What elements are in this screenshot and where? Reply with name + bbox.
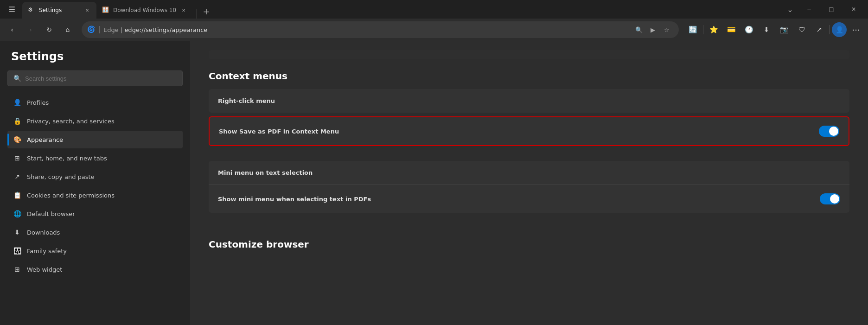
minimize-button[interactable]: ─: [798, 2, 820, 17]
download-tab-close[interactable]: ✕: [180, 6, 187, 14]
show-mini-menu-label-container: Show mini menu when selecting text in PD…: [218, 196, 371, 203]
address-sep: |: [119, 26, 125, 33]
downloads-toolbar-button[interactable]: ⬇: [758, 21, 775, 38]
more-button[interactable]: ···: [848, 21, 864, 38]
sidebar-toggle-button[interactable]: ☰: [4, 1, 20, 18]
main-layout: Settings 🔍 👤 Profiles 🔒 Privacy, search,…: [0, 41, 868, 325]
mini-menu-section-label: Mini menu on text selection: [218, 169, 313, 176]
address-bar-actions: 🔍 ▶ ☆: [632, 23, 673, 36]
edge-logo-icon: 🌀: [87, 25, 96, 34]
title-bar-right: ⌄ ─ □ ✕: [783, 2, 864, 17]
save-as-pdf-card: Show Save as PDF in Context Menu: [209, 116, 849, 146]
settings-tab-label: Settings: [39, 7, 80, 13]
section-gap-3: [209, 228, 849, 239]
web-widget-icon: ⊞: [13, 265, 21, 274]
right-click-menu-label: Right-click menu: [218, 97, 275, 104]
title-bar-left: ☰: [4, 1, 20, 18]
screenshot-button[interactable]: 📷: [776, 21, 792, 38]
restore-button[interactable]: □: [821, 2, 842, 17]
collections-button[interactable]: 🔄: [684, 21, 701, 38]
section-gap-1: [209, 150, 849, 161]
close-button[interactable]: ✕: [843, 2, 864, 17]
sidebar-item-share[interactable]: ↗ Share, copy and paste: [7, 168, 183, 185]
sidebar: Settings 🔍 👤 Profiles 🔒 Privacy, search,…: [0, 41, 190, 325]
nav-bar: ‹ › ↻ ⌂ 🌀 Edge | edge://settings/appeara…: [0, 19, 868, 41]
share-label: Share, copy and paste: [27, 173, 95, 180]
download-tab-icon: 🪟: [102, 6, 109, 14]
default-browser-icon: 🌐: [13, 210, 21, 218]
customize-browser-title: Customize browser: [209, 239, 849, 250]
tab-dropdown-button[interactable]: ⌄: [783, 2, 798, 17]
right-click-menu-label-container: Right-click menu: [218, 97, 275, 104]
mini-menu-toggle-knob: [830, 194, 839, 204]
sidebar-item-cookies[interactable]: 📋 Cookies and site permissions: [7, 186, 183, 204]
save-as-pdf-label-container: Show Save as PDF in Context Menu: [219, 128, 339, 135]
wallet-button[interactable]: 💳: [723, 21, 740, 38]
address-separator: [99, 26, 100, 33]
privacy-icon: 🔒: [13, 117, 21, 125]
back-button[interactable]: ‹: [4, 21, 20, 38]
start-home-label: Start, home, and new tabs: [27, 155, 107, 162]
show-mini-menu-toggle[interactable]: [820, 193, 840, 204]
settings-tab-icon: ⚙: [28, 6, 35, 14]
search-box[interactable]: 🔍: [7, 70, 183, 86]
sidebar-item-default-browser[interactable]: 🌐 Default browser: [7, 205, 183, 223]
right-click-menu-card: Right-click menu: [209, 89, 849, 113]
section-gap-2: [209, 217, 849, 228]
sidebar-item-profiles[interactable]: 👤 Profiles: [7, 94, 183, 111]
refresh-button[interactable]: ↻: [41, 21, 57, 38]
security-button[interactable]: 🛡: [793, 21, 810, 38]
edge-label: Edge: [103, 26, 119, 33]
title-bar: ☰ ⚙ Settings ✕ 🪟 Download Windows 10 ✕ +…: [0, 0, 868, 19]
sidebar-item-downloads[interactable]: ⬇ Downloads: [7, 223, 183, 241]
default-browser-label: Default browser: [27, 210, 75, 217]
show-mini-menu-row: Show mini menu when selecting text in PD…: [209, 185, 849, 213]
toolbar-sep-2: [830, 25, 830, 34]
sidebar-item-web-widget[interactable]: ⊞ Web widget: [7, 261, 183, 278]
sidebar-item-privacy[interactable]: 🔒 Privacy, search, and services: [7, 112, 183, 130]
sidebar-title: Settings: [7, 50, 183, 63]
downloads-label: Downloads: [27, 229, 60, 236]
search-input[interactable]: [25, 75, 177, 82]
family-safety-label: Family safety: [27, 248, 67, 255]
search-icon: 🔍: [13, 75, 21, 82]
home-button[interactable]: ⌂: [59, 21, 76, 38]
share-nav-icon: ↗: [13, 172, 21, 181]
new-tab-button[interactable]: +: [199, 4, 214, 19]
history-button[interactable]: 🕐: [740, 21, 757, 38]
content-inner: Context menus Right-click menu Show Save…: [190, 41, 868, 267]
appearance-label: Appearance: [27, 136, 63, 143]
toolbar-sep-1: [703, 25, 703, 34]
address-value: edge://settings/appearance: [124, 26, 207, 33]
favorites-icon[interactable]: ☆: [660, 23, 673, 36]
right-click-menu-row: Right-click menu: [209, 89, 849, 113]
start-home-icon: ⊞: [13, 154, 21, 162]
privacy-label: Privacy, search, and services: [27, 118, 115, 125]
tab-settings[interactable]: ⚙ Settings ✕: [22, 2, 96, 19]
share-button[interactable]: ↗: [811, 21, 828, 38]
toolbar-icons: 🔄 ⭐ 💳 🕐 ⬇ 📷 🛡 ↗ 👤 ···: [684, 21, 864, 38]
web-widget-label: Web widget: [27, 266, 62, 273]
sidebar-item-appearance[interactable]: 🎨 Appearance: [7, 131, 183, 148]
save-as-pdf-toggle[interactable]: [819, 126, 839, 137]
cookies-icon: 📋: [13, 191, 21, 199]
play-button[interactable]: ▶: [646, 23, 659, 36]
profiles-label: Profiles: [27, 99, 49, 106]
address-text: Edge | edge://settings/appearance: [103, 26, 629, 33]
sidebar-item-start-home[interactable]: ⊞ Start, home, and new tabs: [7, 149, 183, 167]
downloads-icon: ⬇: [13, 228, 21, 236]
forward-button[interactable]: ›: [22, 21, 39, 38]
cookies-label: Cookies and site permissions: [27, 192, 115, 199]
tab-download[interactable]: 🪟 Download Windows 10 ✕: [96, 2, 193, 19]
zoom-button[interactable]: 🔍: [632, 23, 645, 36]
appearance-icon: 🎨: [13, 135, 21, 144]
favorites-button[interactable]: ⭐: [705, 21, 722, 38]
toggle-knob: [829, 127, 838, 136]
download-tab-label: Download Windows 10: [113, 7, 176, 13]
sidebar-item-family-safety[interactable]: 👨‍👩‍👧 Family safety: [7, 242, 183, 260]
content-area: Context menus Right-click menu Show Save…: [190, 41, 868, 325]
address-bar[interactable]: 🌀 Edge | edge://settings/appearance 🔍 ▶ …: [82, 21, 679, 38]
avatar[interactable]: 👤: [832, 22, 847, 37]
save-as-pdf-row: Show Save as PDF in Context Menu: [210, 117, 849, 145]
settings-tab-close[interactable]: ✕: [83, 6, 91, 14]
